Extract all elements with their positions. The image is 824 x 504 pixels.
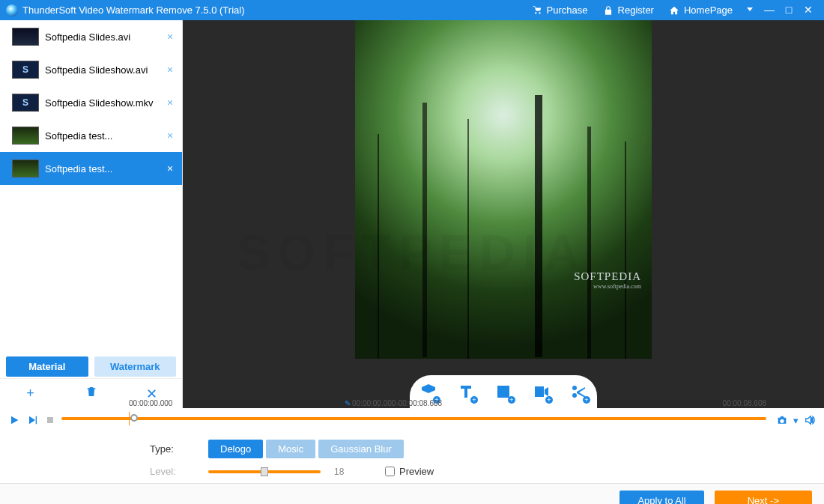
level-thumb[interactable]	[261, 467, 268, 476]
preview-checkbox-label: Preview	[399, 466, 434, 477]
timeline-track[interactable]	[61, 417, 766, 420]
footer: Apply to All Next ->	[0, 483, 824, 504]
file-item[interactable]: Softpedia test... ×	[0, 119, 182, 152]
level-label: Level:	[150, 466, 195, 477]
file-name: Softpedia Slideshow.mkv	[45, 97, 158, 109]
level-slider[interactable]	[208, 470, 321, 473]
lock-icon	[603, 5, 614, 16]
remove-file-button[interactable]: ×	[164, 163, 176, 174]
transport-bar: 00:00:00.000 ✎00:00:00.000-00:00:08.608 …	[0, 408, 824, 429]
remove-file-button[interactable]: ×	[164, 64, 176, 76]
file-item[interactable]: Softpedia Slides.avi ×	[0, 20, 182, 53]
purchase-link[interactable]: Purchase	[524, 0, 596, 20]
stop-button[interactable]	[43, 413, 57, 427]
file-thumbnail	[12, 94, 39, 112]
sidebar-tabs: Material Watermark	[0, 352, 182, 378]
sidebar: Softpedia Slides.avi × Softpedia Slidesh…	[0, 20, 183, 408]
titlebar: ThunderSoft Video Watermark Remove 7.5.0…	[0, 0, 824, 20]
remove-file-button[interactable]: ×	[164, 130, 176, 142]
file-thumbnail	[12, 61, 39, 79]
homepage-label: HomePage	[684, 4, 733, 16]
chevron-down-icon	[745, 4, 754, 13]
timeline[interactable]: 00:00:00.000 ✎00:00:00.000-00:00:08.608 …	[61, 410, 766, 431]
snapshot-button[interactable]	[775, 413, 789, 427]
register-label: Register	[618, 4, 654, 16]
play-range-button[interactable]	[25, 413, 39, 427]
file-item[interactable]: Softpedia test... ×	[0, 152, 182, 185]
trash-icon	[85, 386, 97, 398]
type-label: Type:	[150, 443, 195, 455]
minimize-button[interactable]: —	[760, 0, 779, 20]
time-range-label: ✎00:00:00.000-00:00:08.608	[345, 399, 442, 407]
add-file-button[interactable]: +	[16, 386, 46, 401]
app-title: ThunderSoft Video Watermark Remove 7.5.0…	[22, 4, 244, 16]
preview-checkbox-input[interactable]	[385, 467, 395, 476]
remove-file-button[interactable]: ×	[164, 31, 176, 43]
home-icon	[669, 5, 679, 16]
file-list: Softpedia Slides.avi × Softpedia Slidesh…	[0, 20, 182, 352]
play-range-icon	[26, 414, 38, 426]
file-item[interactable]: Softpedia Slideshow.mkv ×	[0, 86, 182, 119]
image-icon	[494, 383, 512, 401]
cart-icon	[532, 5, 542, 16]
next-button[interactable]: Next ->	[715, 491, 812, 504]
level-value: 18	[334, 467, 357, 477]
snapshot-dropdown[interactable]: ▾	[793, 415, 799, 426]
video-preview[interactable]: SOFTPEDIA www.softpedia.com	[355, 20, 652, 359]
add-effect-button[interactable]: +	[568, 381, 589, 402]
embedded-watermark: SOFTPEDIA www.softpedia.com	[574, 270, 641, 290]
preview-checkbox[interactable]: Preview	[385, 466, 434, 477]
tab-watermark[interactable]: Watermark	[94, 356, 177, 377]
add-text-button[interactable]: +	[455, 381, 476, 402]
close-button[interactable]: ✕	[799, 0, 818, 20]
menu-dropdown-button[interactable]	[740, 0, 760, 20]
time-end-label: 00:00:08.608	[723, 399, 766, 407]
purchase-label: Purchase	[547, 4, 588, 16]
remove-file-button[interactable]: ×	[164, 97, 176, 109]
type-option-mosic[interactable]: Mosic	[266, 440, 315, 458]
options-panel: Type: DelogoMosicGaussian Blur Level: 18…	[0, 429, 824, 483]
apply-all-button[interactable]: Apply to All	[619, 491, 703, 504]
playhead[interactable]	[130, 414, 138, 422]
stop-icon	[44, 414, 56, 426]
tab-material[interactable]: Material	[6, 356, 88, 377]
app-icon	[6, 4, 18, 16]
play-button[interactable]	[7, 413, 21, 427]
main-area: Softpedia Slides.avi × Softpedia Slidesh…	[0, 20, 824, 408]
add-image-button[interactable]: +	[493, 381, 514, 402]
file-name: Softpedia Slideshow.avi	[45, 64, 158, 76]
play-icon	[8, 414, 20, 426]
homepage-link[interactable]: HomePage	[661, 0, 740, 20]
file-thumbnail	[12, 127, 39, 145]
file-name: Softpedia Slides.avi	[45, 31, 158, 43]
delete-file-button[interactable]	[76, 386, 106, 401]
camera-icon	[776, 414, 788, 426]
file-thumbnail	[12, 160, 39, 177]
maximize-button[interactable]: □	[779, 0, 799, 20]
volume-button[interactable]	[803, 413, 817, 427]
add-video-button[interactable]: +	[530, 381, 551, 402]
preview-area: SOFTPEDIA www.softpedia.com + + + + +	[183, 20, 824, 408]
file-item[interactable]: Softpedia Slideshow.avi ×	[0, 53, 182, 86]
file-name: Softpedia test...	[45, 130, 158, 142]
edit-range-icon[interactable]: ✎	[345, 399, 351, 407]
type-option-delogo[interactable]: Delogo	[208, 440, 263, 458]
time-start-label: 00:00:00.000	[129, 399, 172, 407]
register-link[interactable]: Register	[596, 0, 661, 20]
file-thumbnail	[12, 28, 39, 46]
type-option-gaussian-blur[interactable]: Gaussian Blur	[318, 440, 404, 458]
file-name: Softpedia test...	[45, 163, 158, 174]
speaker-icon	[804, 414, 816, 426]
